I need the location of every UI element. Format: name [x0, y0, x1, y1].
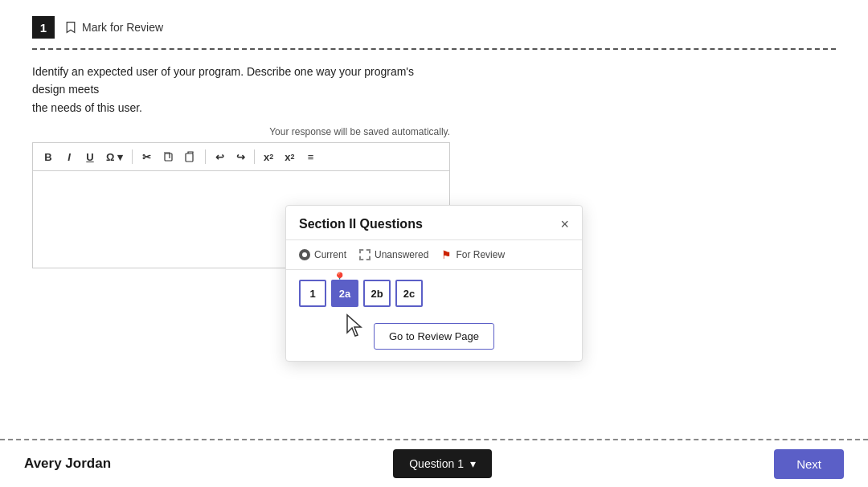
superscript-button[interactable]: x2	[260, 148, 277, 166]
cut-button[interactable]: ✂	[137, 148, 155, 166]
bookmark-icon	[64, 21, 77, 34]
legend-unanswered: Unanswered	[359, 249, 428, 260]
question-btn-2a[interactable]: 2a	[331, 280, 358, 307]
question-selector-label: Question 1	[409, 457, 464, 470]
mark-for-review[interactable]: Mark for Review	[64, 21, 163, 34]
popup-footer: Go to Review Page	[286, 317, 582, 361]
unanswered-box-icon	[359, 249, 371, 260]
question-text: Identify an expected user of your progra…	[32, 63, 450, 117]
section-ii-popup: Section II Questions × Current Unanswere…	[285, 205, 583, 362]
bold-button[interactable]: B	[39, 148, 57, 166]
indent-button[interactable]: ≡	[302, 148, 320, 166]
legend-for-review: ⚑ For Review	[441, 248, 505, 261]
omega-button[interactable]: Ω ▾	[102, 148, 127, 166]
question-number: 1	[32, 16, 55, 39]
next-button[interactable]: Next	[774, 449, 844, 479]
question-selector-button[interactable]: Question 1 ▾	[393, 449, 492, 478]
question-btn-2b[interactable]: 2b	[363, 280, 391, 307]
question-selector-chevron: ▾	[470, 457, 476, 470]
divider-2	[205, 149, 206, 164]
paste-button[interactable]	[181, 148, 200, 166]
popup-title: Section II Questions	[299, 217, 423, 231]
popup-questions: 📍 1 2a 2b 2c	[286, 270, 582, 317]
auto-save-notice: Your response will be saved automaticall…	[32, 126, 450, 137]
undo-button[interactable]: ↩	[211, 148, 228, 166]
popup-legend: Current Unanswered ⚑ For Review	[286, 240, 582, 270]
underline-button[interactable]: U	[81, 148, 99, 166]
goto-review-button[interactable]: Go to Review Page	[374, 323, 494, 350]
svg-rect-4	[186, 153, 193, 162]
copy-button[interactable]	[158, 148, 178, 166]
bottom-bar: Avery Jordan Question 1 ▾ Next	[0, 439, 868, 487]
legend-current-label: Current	[314, 249, 346, 260]
question-btn-1[interactable]: 1	[299, 280, 326, 307]
question-btn-2c[interactable]: 2c	[395, 280, 423, 307]
divider-1	[132, 149, 133, 164]
legend-for-review-label: For Review	[456, 249, 505, 260]
subscript-button[interactable]: x2	[280, 148, 298, 166]
legend-current: Current	[299, 249, 346, 260]
question-header: 1 Mark for Review	[32, 16, 836, 50]
svg-rect-3	[165, 153, 172, 161]
popup-header: Section II Questions ×	[286, 206, 582, 240]
redo-button[interactable]: ↪	[231, 148, 249, 166]
legend-unanswered-label: Unanswered	[375, 249, 428, 260]
mark-for-review-label: Mark for Review	[82, 21, 163, 34]
editor-toolbar: B I U Ω ▾ ✂ ↩ ↪ x2 x2	[33, 143, 449, 171]
divider-3	[254, 149, 255, 164]
student-name: Avery Jordan	[24, 456, 111, 472]
current-dot-icon	[299, 249, 310, 260]
italic-button[interactable]: I	[60, 148, 78, 166]
for-review-flag-icon: ⚑	[441, 248, 452, 261]
popup-close-button[interactable]: ×	[560, 217, 569, 231]
